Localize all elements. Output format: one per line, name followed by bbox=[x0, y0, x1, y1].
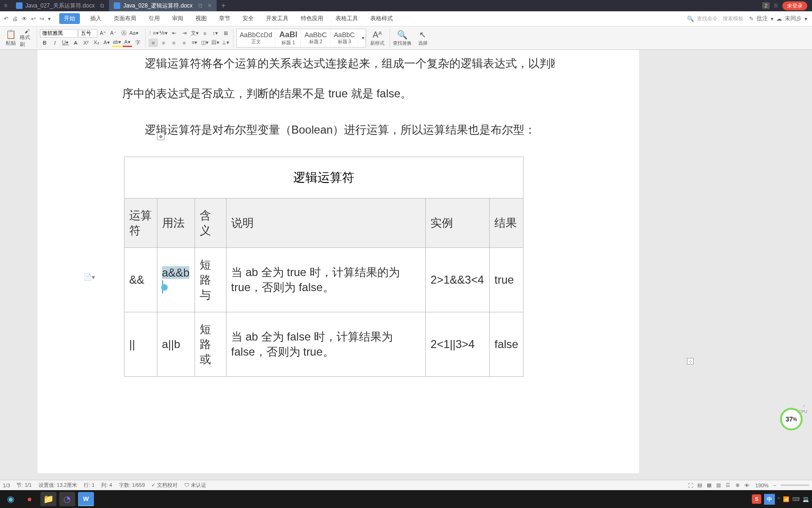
font-size-select[interactable] bbox=[78, 29, 97, 38]
status-cert[interactable]: 🛡 未认证 bbox=[184, 482, 206, 489]
tab-close-icon[interactable]: ✕ bbox=[207, 2, 212, 9]
style-heading2[interactable]: AaBbC 标题 2 bbox=[302, 30, 330, 46]
paste-button[interactable]: 📋 粘贴 bbox=[4, 29, 18, 47]
menu-review[interactable]: 审阅 bbox=[170, 14, 185, 24]
paste-options-icon[interactable]: 📄▾ bbox=[84, 273, 95, 281]
file-manager-icon[interactable]: 📁 bbox=[40, 492, 56, 506]
align-justify-icon[interactable]: ≡ bbox=[180, 39, 189, 47]
new-style-button[interactable]: Aᴬ 新样式 bbox=[368, 30, 387, 47]
text-effects-icon[interactable]: A▾ bbox=[102, 39, 111, 47]
menu-tablestyle[interactable]: 表格样式 bbox=[368, 14, 395, 24]
distribute-icon[interactable]: ≡▾ bbox=[190, 39, 199, 47]
menu-insert[interactable]: 插入 bbox=[88, 14, 103, 24]
select-button[interactable]: ↖ 选择 bbox=[414, 30, 432, 47]
line-spacing-icon[interactable]: ↕▾ bbox=[211, 29, 220, 38]
notification-badge[interactable]: 2 bbox=[762, 2, 770, 9]
style-normal[interactable]: AaBbCcDd 正文 bbox=[237, 30, 275, 46]
highlight-color-button[interactable]: ab▾ bbox=[112, 39, 122, 47]
status-page[interactable]: 1/3 bbox=[3, 483, 10, 488]
wps-app-icon[interactable]: W bbox=[78, 492, 94, 506]
align-left-icon[interactable]: ≡ bbox=[148, 39, 158, 47]
fullscreen-icon[interactable]: ⛶ bbox=[687, 482, 694, 489]
paragraph-tools-icon[interactable]: ⊞ bbox=[221, 29, 230, 38]
zoom-slider[interactable] bbox=[781, 484, 809, 486]
tab-duplicate-icon[interactable]: ⧉ bbox=[198, 2, 203, 9]
start-button[interactable]: ◉ bbox=[3, 492, 19, 506]
printlayout-icon[interactable]: ▦ bbox=[705, 482, 713, 489]
align-center-icon[interactable]: ≡ bbox=[159, 39, 168, 47]
weblayout-icon[interactable]: ▥ bbox=[715, 482, 722, 489]
subscript-button[interactable]: X₂ bbox=[92, 39, 101, 47]
eclipse-icon[interactable]: ◔ bbox=[59, 492, 75, 506]
table-move-handle[interactable]: ✥ bbox=[157, 133, 164, 140]
undo-icon[interactable]: ↩ bbox=[31, 16, 36, 22]
tray-expand-icon[interactable]: ^ bbox=[778, 496, 780, 502]
shading-icon[interactable]: ◫▾ bbox=[200, 39, 210, 47]
app-menu-icon[interactable]: ≡ bbox=[0, 2, 11, 9]
menu-devtools[interactable]: 开发工具 bbox=[264, 14, 290, 24]
style-gallery[interactable]: AaBbCcDd 正文 AaBl 标题 1 AaBbC 标题 2 AaBbC 标… bbox=[236, 29, 366, 48]
grow-font-icon[interactable]: A⁺ bbox=[98, 29, 108, 38]
annotate-icon[interactable]: ✎ bbox=[749, 16, 754, 22]
undo-history-icon[interactable]: ↶ bbox=[4, 16, 8, 22]
find-replace-button[interactable]: 🔍 查找替换 bbox=[393, 30, 412, 47]
ime-badge[interactable]: S bbox=[752, 494, 761, 504]
outline-icon[interactable]: ☰ bbox=[724, 482, 732, 489]
change-case-icon[interactable]: Aa▾ bbox=[129, 29, 139, 38]
style-heading3[interactable]: AaBbC 标题 3 bbox=[331, 30, 358, 46]
search-icon[interactable]: 🔍 bbox=[687, 16, 694, 22]
record-app-icon[interactable]: ● bbox=[22, 492, 38, 506]
search-placeholder[interactable]: 查找命令、搜索模板 bbox=[697, 15, 743, 22]
bold-button[interactable]: B bbox=[40, 39, 49, 47]
decrease-indent-icon[interactable]: ⇤ bbox=[169, 29, 179, 38]
phonetic-guide-icon[interactable]: 字 bbox=[133, 39, 142, 47]
login-button[interactable]: 未登录 bbox=[782, 1, 807, 10]
menu-sections[interactable]: 章节 bbox=[217, 14, 232, 24]
tab-inactive[interactable]: Java_027_关系运算符.docx ⧉ bbox=[11, 0, 109, 11]
dropdown-icon[interactable]: ▾ bbox=[48, 16, 51, 22]
font-name-select[interactable] bbox=[40, 29, 78, 38]
globe-icon[interactable]: ⊕ bbox=[734, 482, 741, 489]
bullet-list-icon[interactable]: ⋮≡▾ bbox=[148, 29, 158, 38]
style-heading1[interactable]: AaBl 标题 1 bbox=[276, 29, 301, 47]
tray-volume-icon[interactable]: 📶 bbox=[783, 496, 789, 502]
zoom-value[interactable]: 190% bbox=[755, 483, 768, 488]
menu-view[interactable]: 视图 bbox=[194, 14, 209, 24]
document-canvas[interactable]: 逻辑运算符将各个运算的关系表达式连接起来，组成一个复杂的逻辑表达式，以判断程 序… bbox=[0, 50, 812, 495]
status-words[interactable]: 字数: 1/659 bbox=[119, 482, 145, 489]
numbered-list-icon[interactable]: ⅟≡▾ bbox=[159, 29, 168, 38]
tray-network-icon[interactable]: 💻 bbox=[803, 496, 809, 502]
tab-add-button[interactable]: + bbox=[221, 1, 226, 10]
print-icon[interactable]: 🖨 bbox=[12, 16, 18, 22]
tray-keyboard-icon[interactable]: ⌨ bbox=[792, 496, 800, 502]
superscript-button[interactable]: X² bbox=[81, 39, 91, 47]
cpu-monitor-widget[interactable]: 37% bbox=[780, 408, 803, 430]
zoom-out-button[interactable]: − bbox=[773, 483, 776, 488]
shrink-font-icon[interactable]: A⁻ bbox=[109, 29, 118, 38]
sync-icon[interactable]: ☁ bbox=[776, 16, 782, 22]
readmode-icon[interactable]: ▤ bbox=[696, 482, 703, 489]
menu-references[interactable]: 引用 bbox=[147, 14, 162, 24]
gift-icon[interactable]: ⎘ bbox=[774, 2, 778, 9]
redo-icon[interactable]: ↪ bbox=[39, 16, 44, 22]
format-brush-button[interactable]: 🖌 格式刷 bbox=[20, 28, 34, 48]
eye-icon[interactable]: 👁 bbox=[743, 482, 750, 489]
tab-active[interactable]: Java_028_逻辑运算符.docx ⧉ ✕ bbox=[109, 0, 216, 11]
align-distribute-icon[interactable]: ≡ bbox=[200, 29, 210, 38]
ime-language[interactable]: 中 bbox=[764, 494, 775, 505]
text-direction-icon[interactable]: 文▾ bbox=[190, 29, 199, 38]
print-preview-icon[interactable]: 👁 bbox=[22, 16, 27, 22]
table-resize-handle[interactable]: ⊹ bbox=[687, 358, 694, 365]
align-right-icon[interactable]: ≡ bbox=[169, 39, 179, 47]
menu-tabletools[interactable]: 表格工具 bbox=[334, 14, 360, 24]
menu-special[interactable]: 特色应用 bbox=[299, 14, 325, 24]
menu-security[interactable]: 安全 bbox=[241, 14, 256, 24]
italic-button[interactable]: I bbox=[50, 39, 60, 47]
underline-button[interactable]: U▾ bbox=[61, 39, 70, 47]
increase-indent-icon[interactable]: ⇥ bbox=[180, 29, 189, 38]
menu-home[interactable]: 开始 bbox=[59, 13, 80, 24]
tab-settings-icon[interactable]: ⊥▾ bbox=[221, 39, 230, 47]
borders-icon[interactable]: 田▾ bbox=[211, 39, 220, 47]
menu-pagelayout[interactable]: 页面布局 bbox=[112, 14, 138, 24]
strike-button[interactable]: A bbox=[71, 39, 80, 47]
